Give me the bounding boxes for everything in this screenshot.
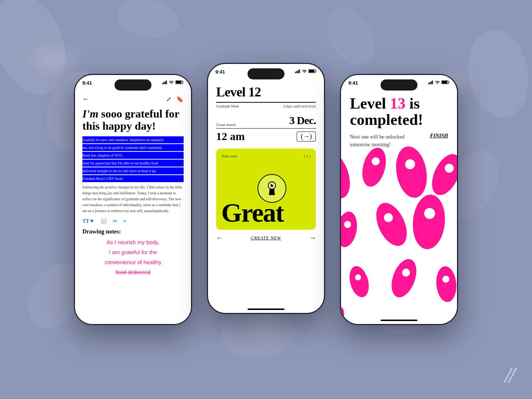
svg-point-33	[358, 145, 390, 190]
back-button[interactable]: ←	[82, 95, 89, 103]
dynamic-island-2	[248, 68, 284, 79]
level-number: 13	[390, 95, 405, 112]
drawing-line-4: food delivered	[82, 267, 184, 277]
highlighted-block: Grateful for new cool sneakers. Inspired…	[82, 136, 184, 182]
create-new-button[interactable]: CREATE NEW	[251, 235, 281, 241]
svg-point-37	[426, 150, 457, 200]
body-text: Embracing the positive changes in my lif…	[82, 184, 184, 214]
wifi-icon	[169, 81, 174, 84]
highlight-line-3: Read few chapters of NVC.	[82, 152, 184, 159]
status-icons-2	[295, 69, 317, 73]
drawing-line-3: convenience of healthy	[82, 257, 184, 267]
status-icons-1	[162, 80, 184, 84]
battery-icon-3	[441, 80, 450, 84]
status-time-3: 9:41	[348, 80, 358, 86]
highlight-line-5: delivered straight to me so only have to…	[82, 167, 184, 174]
svg-rect-14	[176, 81, 181, 83]
note-card: Your note ( 1 ) Great	[216, 149, 316, 230]
svg-rect-20	[309, 70, 314, 72]
svg-rect-11	[165, 81, 166, 84]
svg-point-46	[354, 274, 362, 281]
drawing-line-2: I am grateful for the	[82, 247, 184, 257]
watermark: //	[505, 362, 514, 388]
home-indicator-3	[381, 320, 417, 321]
level-complete-title: Level 13 iscompleted!	[350, 95, 448, 128]
svg-point-31	[341, 146, 356, 202]
status-time-2: 9:41	[215, 69, 225, 75]
text-toolbar: TT▼ ⬜ ✂ ≡	[82, 218, 184, 225]
svg-point-39	[341, 210, 359, 249]
signal-icon-3	[428, 81, 433, 84]
nav-back[interactable]: ←	[216, 234, 223, 242]
highlight-line-4: And i'm appreciate that I'm able to eat …	[82, 160, 184, 167]
svg-point-7	[114, 0, 182, 42]
complete-subtitle: Next one will be unlockedtomorrow mornin…	[350, 133, 405, 149]
svg-rect-28	[432, 81, 433, 84]
highlight-line-6: Finished Beck's CBT book!	[82, 175, 184, 182]
cut-tool[interactable]: ✂	[113, 218, 117, 225]
home-indicator-2	[248, 308, 284, 310]
svg-rect-9	[162, 83, 163, 84]
finish-button[interactable]: FINISH	[430, 133, 448, 139]
nav-forward[interactable]: →	[309, 234, 316, 242]
status-icons-3	[428, 80, 450, 84]
wifi-icon-2	[302, 69, 307, 73]
svg-point-8	[318, 0, 384, 74]
svg-rect-27	[431, 81, 432, 84]
svg-point-49	[435, 265, 457, 303]
phone1-toolbar: ← ⤢ 🔖	[82, 95, 184, 103]
svg-point-53	[455, 296, 457, 324]
svg-point-43	[410, 193, 447, 250]
svg-point-0	[0, 0, 78, 104]
svg-point-42	[382, 212, 394, 224]
drawing-line-1: As I nourish my body,	[82, 237, 184, 247]
next-level-label: 4 days until next level	[283, 104, 316, 108]
time-display: 12 am	[216, 130, 245, 143]
svg-point-34	[371, 157, 381, 166]
battery-icon	[175, 80, 184, 84]
note-count: ( 1 )	[304, 154, 311, 158]
phone1-content: ← ⤢ 🔖 I'm sooo grateful for this happy d…	[75, 75, 191, 324]
svg-point-38	[443, 162, 455, 174]
journal-title: I'm sooo grateful for this happy day!	[82, 108, 184, 132]
svg-point-44	[424, 208, 436, 219]
list-tool[interactable]: ≡	[123, 218, 126, 224]
svg-point-50	[442, 276, 450, 283]
svg-rect-10	[164, 82, 165, 84]
svg-point-36	[404, 158, 416, 170]
svg-point-41	[370, 198, 413, 250]
svg-rect-16	[297, 71, 298, 73]
phone-2: 9:41	[207, 63, 325, 314]
signal-icon-2	[295, 69, 300, 73]
svg-point-47	[387, 256, 421, 301]
svg-point-35	[392, 144, 431, 200]
copy-tool[interactable]: ⬜	[100, 218, 107, 224]
time-row: 12 am (→)	[216, 130, 316, 143]
date-display: 3 Dec.	[289, 114, 316, 127]
svg-rect-26	[430, 82, 431, 84]
signal-icon	[162, 81, 167, 84]
level-title: Level 12	[216, 84, 316, 103]
bookmark-button[interactable]: 🔖	[176, 96, 184, 103]
note-label: Your note	[221, 154, 237, 158]
wifi-icon-3	[435, 81, 440, 84]
great-display: Great	[221, 200, 284, 226]
navigate-arrow[interactable]: (→)	[297, 132, 316, 141]
share-button[interactable]: ⤢	[166, 96, 171, 103]
phone2-nav: ← CREATE NEW →	[216, 230, 316, 242]
mood-label: Great mood	[216, 122, 235, 127]
svg-rect-30	[442, 81, 447, 83]
svg-point-51	[341, 303, 348, 324]
week-label: Gratitude Week	[216, 104, 239, 108]
svg-rect-18	[299, 69, 300, 73]
svg-rect-25	[428, 83, 429, 84]
drawing-title: Drawing notes:	[82, 228, 184, 235]
phone-1: 9:41	[74, 74, 192, 325]
handwritten-content: As I nourish my body, I am grateful for …	[82, 237, 184, 277]
svg-rect-12	[166, 81, 167, 84]
text-size-tool[interactable]: TT▼	[82, 218, 95, 224]
svg-point-24	[272, 184, 273, 185]
svg-point-45	[347, 264, 372, 299]
svg-rect-15	[295, 72, 296, 73]
level-subtitle: Gratitude Week 4 days until next level	[216, 104, 316, 108]
